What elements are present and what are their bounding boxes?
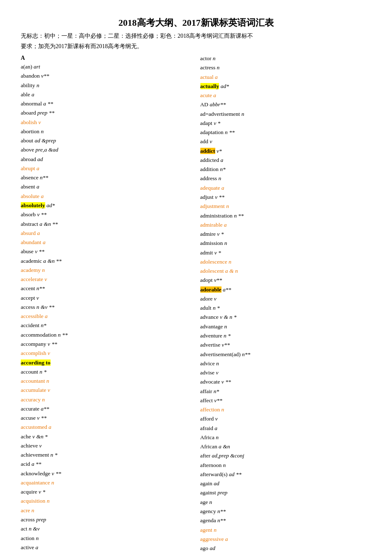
list-item: accommodation n ** xyxy=(21,330,192,340)
list-item: addition n* xyxy=(200,165,372,174)
list-item: accumulate v xyxy=(21,386,192,395)
list-item: agency n** xyxy=(200,507,372,516)
list-item: advertise v** xyxy=(200,340,372,350)
list-item: afford v xyxy=(200,414,372,423)
list-item: a(an) art xyxy=(21,62,192,71)
list-item: advice n xyxy=(200,359,372,368)
list-item: ability n xyxy=(21,81,192,90)
list-item: accident n* xyxy=(21,321,192,330)
list-item: able a xyxy=(21,90,192,99)
list-item: AD abbr** xyxy=(200,100,372,109)
list-item: abolish v xyxy=(21,118,192,127)
list-item: accuracy n xyxy=(21,395,192,404)
list-item: accept v xyxy=(21,293,192,303)
list-item: acquisition n xyxy=(21,496,192,506)
list-item: admission n xyxy=(200,239,372,248)
list-item: accessible a xyxy=(21,312,192,321)
list-item: acre n xyxy=(21,506,192,515)
list-item: adopt v** xyxy=(200,276,372,285)
list-item: afterward(s) ad ** xyxy=(200,470,372,479)
list-item: actually ad* xyxy=(200,82,372,91)
list-item: against prep xyxy=(200,488,372,497)
page-title: 2018高考大纲、2017新课标英语词汇表 xyxy=(21,17,371,29)
list-item: absurd a xyxy=(21,229,192,238)
list-item: absorb v ** xyxy=(21,210,192,219)
left-column: Aa(an) artabandon v**ability nable aabno… xyxy=(21,54,200,555)
list-item: abroad ad xyxy=(21,155,192,164)
list-item: adapt v * xyxy=(200,119,372,128)
list-item: action n xyxy=(21,534,192,543)
right-column: actor nactress nactual aactually ad*acut… xyxy=(200,54,372,555)
list-item: act n &v xyxy=(21,524,192,533)
list-item: agenda n** xyxy=(200,516,372,525)
list-item: acquire v * xyxy=(21,487,192,496)
list-item: activity n xyxy=(21,552,192,555)
list-item: abundant a xyxy=(21,238,192,247)
list-item: advocate v ** xyxy=(200,377,372,386)
list-item: again ad xyxy=(200,479,372,488)
list-item: account n * xyxy=(21,367,192,377)
list-item: actual a xyxy=(200,73,372,82)
list-item: accustomed a xyxy=(21,423,192,432)
list-item: achieve v xyxy=(21,441,192,450)
list-item: agent n xyxy=(200,526,372,535)
list-item: abortion n xyxy=(21,127,192,136)
list-item: admire v * xyxy=(200,230,372,239)
list-item: acquaintance n xyxy=(21,478,192,487)
list-item: adjust v ** xyxy=(200,193,372,202)
list-item: advance v & n * xyxy=(200,313,372,322)
list-item: across prep xyxy=(21,515,192,524)
list-item: add v xyxy=(200,137,372,146)
list-item: active a xyxy=(21,543,192,552)
list-item: actor n xyxy=(200,54,372,63)
list-item: aboard prep ** xyxy=(21,108,192,117)
list-item: actress n xyxy=(200,63,372,72)
list-item: abnormal a ** xyxy=(21,99,192,108)
list-item: ache v &n * xyxy=(21,432,192,441)
list-item: accomplish v xyxy=(21,349,192,358)
list-item: adequate a xyxy=(200,183,372,193)
list-item: adult n * xyxy=(200,303,372,313)
list-item: absent a xyxy=(21,182,192,191)
list-item: ad=advertisement n xyxy=(200,110,372,119)
list-item: advise v xyxy=(200,368,372,377)
list-item: adorable a** xyxy=(200,285,372,294)
list-item: afternoon n xyxy=(200,461,372,470)
list-item: academic a &n ** xyxy=(21,257,192,266)
list-item: acknowledge v ** xyxy=(21,469,192,478)
list-item: academy n xyxy=(21,266,192,275)
list-item: adore v xyxy=(200,294,372,303)
list-item: acute a xyxy=(200,91,372,100)
list-item: access n &v ** xyxy=(21,303,192,312)
list-item: abuse v ** xyxy=(21,247,192,256)
list-item: absolute a xyxy=(21,192,192,201)
list-item: affect v** xyxy=(200,396,372,405)
list-item: accuse v ** xyxy=(21,413,192,423)
list-item: A xyxy=(21,55,192,61)
list-item: aggressive a xyxy=(200,535,372,544)
list-item: affection n xyxy=(200,405,372,414)
list-item: accountant n xyxy=(21,377,192,386)
list-item: administration n ** xyxy=(200,211,372,220)
word-columns: Aa(an) artabandon v**ability nable aabno… xyxy=(21,54,371,555)
list-item: absence n** xyxy=(21,173,192,182)
list-item: Africa n xyxy=(200,433,372,442)
list-item: age n xyxy=(200,498,372,507)
list-item: accompany v ** xyxy=(21,340,192,349)
list-item: abstract a &n ** xyxy=(21,220,192,229)
list-item: according to xyxy=(21,358,192,367)
list-item: admirable a xyxy=(200,220,372,230)
list-item: after ad,prep &conj xyxy=(200,451,372,460)
list-item: accent n** xyxy=(21,284,192,293)
list-item: abrupt a xyxy=(21,164,192,173)
list-item: ago ad xyxy=(200,544,372,553)
list-item: affair n* xyxy=(200,387,372,396)
list-item: advertisement(ad) n** xyxy=(200,350,372,359)
list-item: abandon v** xyxy=(21,71,192,81)
list-item: acid a ** xyxy=(21,460,192,469)
list-item: afraid a xyxy=(200,424,372,433)
list-item: adolescent a & n xyxy=(200,266,372,276)
list-item: adaptation n ** xyxy=(200,128,372,137)
list-item: adventure n * xyxy=(200,331,372,340)
list-item: addict v* xyxy=(200,147,372,156)
